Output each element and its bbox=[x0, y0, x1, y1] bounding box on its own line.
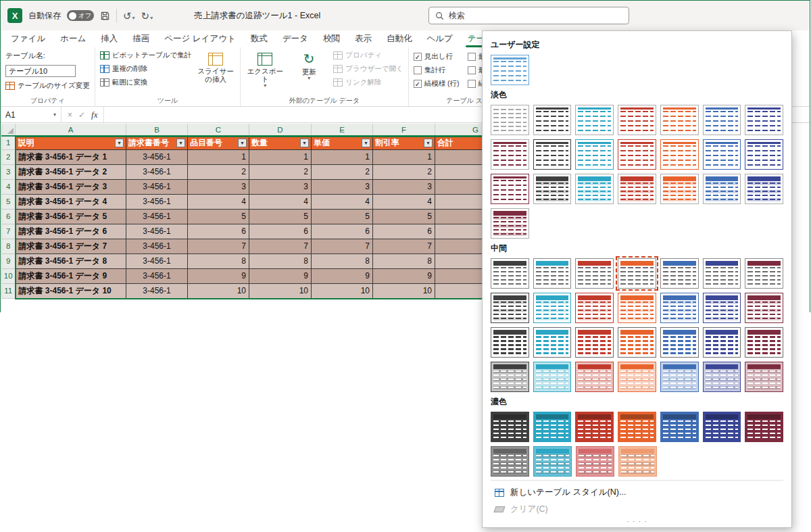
cell[interactable]: 3-456-1 bbox=[126, 149, 188, 164]
checkbox-見出し行[interactable]: ✓見出し行 bbox=[414, 52, 460, 62]
insert-function-icon[interactable]: fx bbox=[91, 110, 97, 120]
table-header-cell[interactable]: 単価▼ bbox=[312, 136, 373, 149]
table-style-thumbnail[interactable] bbox=[618, 327, 656, 358]
refresh-button[interactable]: ↻ 更新 ▾ bbox=[289, 51, 328, 96]
table-style-thumbnail[interactable] bbox=[491, 258, 529, 289]
cell[interactable]: 請求書 3-456-1 データ 3 bbox=[16, 179, 126, 194]
cell[interactable]: 7 bbox=[188, 239, 249, 253]
table-style-thumbnail[interactable] bbox=[533, 174, 572, 204]
cell[interactable]: 4 bbox=[312, 194, 373, 209]
table-style-thumbnail[interactable] bbox=[575, 293, 614, 323]
table-style-thumbnail[interactable] bbox=[703, 327, 741, 358]
cell[interactable]: 6 bbox=[249, 224, 312, 239]
table-style-thumbnail[interactable] bbox=[745, 105, 783, 135]
cell[interactable]: 9 bbox=[373, 268, 435, 283]
redo-button[interactable]: ↻▾ bbox=[141, 11, 153, 21]
column-header-D[interactable]: D bbox=[249, 124, 312, 136]
cell[interactable]: 請求書 3-456-1 データ 6 bbox=[16, 224, 126, 239]
table-style-thumbnail[interactable] bbox=[745, 412, 783, 442]
cell[interactable]: 3-456-1 bbox=[126, 253, 188, 268]
name-box[interactable]: A1 ▾ bbox=[1, 107, 62, 122]
convert-to-range-button[interactable]: 範囲に変換 bbox=[100, 78, 191, 87]
table-style-thumbnail[interactable] bbox=[575, 362, 614, 392]
table-style-thumbnail[interactable] bbox=[575, 327, 614, 358]
cancel-icon[interactable]: × bbox=[68, 110, 72, 120]
table-style-thumbnail[interactable] bbox=[575, 174, 614, 204]
row-header-1[interactable]: 1 bbox=[2, 136, 16, 149]
table-style-thumbnail[interactable] bbox=[533, 446, 572, 477]
table-style-thumbnail[interactable] bbox=[575, 139, 614, 170]
cell[interactable]: 2 bbox=[249, 164, 312, 179]
row-header-9[interactable]: 9 bbox=[2, 253, 16, 268]
cell[interactable]: 9 bbox=[249, 268, 312, 283]
table-style-thumbnail[interactable] bbox=[618, 412, 656, 442]
cell[interactable]: 4 bbox=[188, 194, 249, 209]
table-name-input[interactable]: テーブル10 bbox=[5, 65, 76, 77]
table-style-thumbnail[interactable] bbox=[660, 258, 699, 289]
cell[interactable]: 1 bbox=[373, 149, 435, 164]
table-style-thumbnail[interactable] bbox=[660, 293, 699, 323]
table-style-thumbnail[interactable] bbox=[491, 55, 529, 85]
table-style-thumbnail[interactable] bbox=[491, 174, 529, 204]
table-header-cell[interactable]: 数量▼ bbox=[249, 136, 312, 149]
table-style-thumbnail-selected[interactable] bbox=[618, 258, 656, 289]
table-style-thumbnail[interactable] bbox=[575, 105, 614, 135]
table-style-thumbnail[interactable] bbox=[618, 174, 656, 204]
table-header-cell[interactable]: 説明▼ bbox=[16, 136, 126, 149]
resize-table-button[interactable]: テーブルのサイズ変更 bbox=[5, 81, 90, 91]
table-style-thumbnail[interactable] bbox=[491, 362, 529, 392]
checkbox-集計行[interactable]: 集計行 bbox=[414, 66, 460, 75]
cell[interactable]: 3 bbox=[373, 179, 435, 194]
table-style-thumbnail[interactable] bbox=[745, 258, 783, 289]
ribbon-tab-校閲[interactable]: 校閲 bbox=[316, 30, 347, 47]
row-header-3[interactable]: 3 bbox=[2, 164, 16, 179]
table-style-thumbnail[interactable] bbox=[703, 412, 741, 442]
row-header-4[interactable]: 4 bbox=[2, 179, 16, 194]
cell[interactable]: 3-456-1 bbox=[126, 194, 188, 209]
cell[interactable]: 10 bbox=[249, 283, 312, 298]
cell[interactable]: 6 bbox=[188, 224, 249, 239]
column-header-A[interactable]: A bbox=[16, 124, 126, 136]
row-header-11[interactable]: 11 bbox=[2, 283, 16, 298]
cell[interactable]: 6 bbox=[373, 224, 435, 239]
table-style-thumbnail[interactable] bbox=[491, 139, 529, 170]
cell[interactable]: 3-456-1 bbox=[126, 224, 188, 239]
ribbon-tab-ヘルプ[interactable]: ヘルプ bbox=[419, 30, 460, 47]
ribbon-tab-表示[interactable]: 表示 bbox=[347, 30, 379, 47]
cell[interactable]: 3-456-1 bbox=[126, 283, 188, 298]
table-style-thumbnail[interactable] bbox=[533, 258, 572, 289]
table-style-thumbnail[interactable] bbox=[533, 412, 572, 442]
table-style-thumbnail[interactable] bbox=[491, 293, 529, 323]
cell[interactable]: 1 bbox=[312, 149, 373, 164]
table-style-thumbnail[interactable] bbox=[491, 412, 529, 442]
cell[interactable]: 5 bbox=[373, 209, 435, 224]
cell[interactable]: 2 bbox=[373, 164, 435, 179]
autosave-toggle[interactable]: オフ bbox=[67, 10, 94, 21]
table-style-thumbnail[interactable] bbox=[576, 446, 614, 477]
table-style-thumbnail[interactable] bbox=[745, 174, 783, 204]
cell[interactable]: 3 bbox=[249, 179, 312, 194]
table-style-thumbnail[interactable] bbox=[660, 362, 699, 392]
table-style-thumbnail[interactable] bbox=[660, 327, 699, 358]
table-style-thumbnail[interactable] bbox=[660, 105, 699, 135]
cell[interactable]: 2 bbox=[188, 164, 249, 179]
ribbon-tab-自動化[interactable]: 自動化 bbox=[379, 30, 420, 47]
filter-button[interactable]: ▼ bbox=[300, 139, 309, 147]
cell[interactable]: 7 bbox=[312, 239, 373, 253]
checkbox-縞模様 (行)[interactable]: ✓縞模様 (行) bbox=[414, 79, 460, 89]
cell[interactable]: 8 bbox=[188, 253, 249, 268]
table-style-thumbnail[interactable] bbox=[618, 446, 657, 477]
cell[interactable]: 3-456-1 bbox=[126, 179, 188, 194]
cell[interactable]: 3-456-1 bbox=[126, 164, 188, 179]
cell[interactable]: 9 bbox=[188, 268, 249, 283]
row-header-7[interactable]: 7 bbox=[2, 224, 16, 239]
table-header-cell[interactable]: 品目番号▼ bbox=[188, 136, 249, 149]
cell[interactable]: 請求書 3-456-1 データ 9 bbox=[16, 268, 126, 283]
table-style-thumbnail[interactable] bbox=[575, 412, 614, 442]
column-header-C[interactable]: C bbox=[188, 124, 249, 136]
table-style-thumbnail[interactable] bbox=[533, 139, 572, 170]
cell[interactable]: 8 bbox=[312, 253, 373, 268]
table-style-thumbnail[interactable] bbox=[703, 105, 741, 135]
cell[interactable]: 7 bbox=[373, 239, 435, 253]
cell[interactable]: 請求書 3-456-1 データ 4 bbox=[16, 194, 126, 209]
